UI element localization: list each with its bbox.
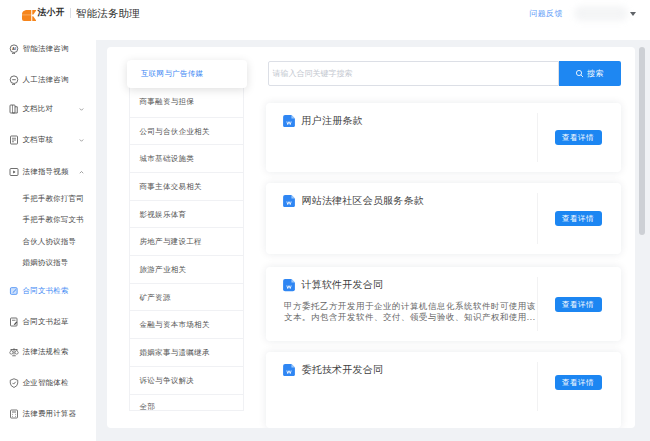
svg-text:AI: AI (12, 46, 16, 51)
